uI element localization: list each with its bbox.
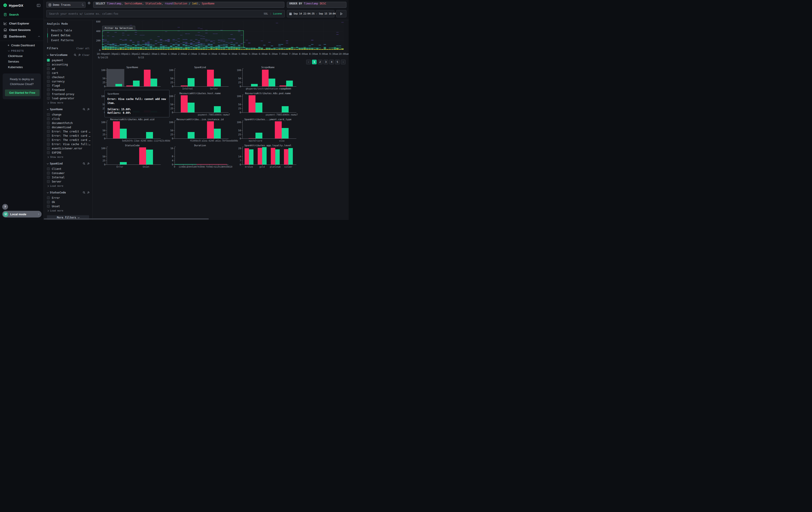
checkbox-unchecked[interactable] bbox=[47, 130, 50, 133]
inlier-bar[interactable] bbox=[146, 132, 153, 138]
inlier-bar[interactable] bbox=[256, 133, 262, 138]
inlier-bar[interactable] bbox=[146, 150, 153, 164]
outlier-bar[interactable] bbox=[113, 121, 120, 138]
presets-toggle[interactable]: PRESETS bbox=[0, 48, 44, 53]
local-mode-menu[interactable]: U Local mode bbox=[2, 211, 41, 217]
checkbox-unchecked[interactable] bbox=[47, 143, 50, 145]
outlier-bar[interactable] bbox=[271, 148, 275, 164]
time-range-picker[interactable]: Sep 14 22:04:35 - Sep 15 10:04:35 bbox=[287, 10, 335, 17]
inlier-bar[interactable] bbox=[256, 103, 262, 112]
checkbox-unchecked[interactable] bbox=[47, 113, 50, 116]
outlier-bar[interactable] bbox=[280, 85, 286, 86]
checkbox-unchecked[interactable] bbox=[47, 80, 50, 83]
checkbox-unchecked[interactable] bbox=[47, 117, 50, 120]
inlier-bar[interactable] bbox=[120, 162, 127, 164]
checkbox-unchecked[interactable] bbox=[47, 84, 50, 87]
outlier-bar[interactable] bbox=[181, 95, 188, 112]
pin-icon[interactable] bbox=[87, 162, 90, 165]
heatmap-selection-box[interactable] bbox=[102, 30, 243, 47]
checkbox-unchecked[interactable] bbox=[47, 205, 50, 208]
search-input-wrap[interactable]: Search your events w/ Lucene ex. column:… bbox=[46, 10, 285, 17]
inlier-bar[interactable] bbox=[249, 150, 254, 164]
filter-checkbox-row[interactable]: click bbox=[47, 117, 90, 121]
checkbox-checked[interactable]: ✓ bbox=[47, 59, 50, 62]
run-query-button[interactable] bbox=[336, 10, 346, 17]
sidebar-item-clickhouse[interactable]: ClickHouse bbox=[0, 53, 44, 59]
outlier-bar[interactable] bbox=[275, 121, 282, 138]
page-button-4[interactable]: 4 bbox=[329, 60, 334, 64]
outlier-bar[interactable] bbox=[139, 147, 146, 164]
filter-checkbox-row[interactable]: cart bbox=[47, 71, 90, 75]
horizontal-scrollbar[interactable] bbox=[44, 218, 209, 219]
filter-checkbox-row[interactable]: EXPIRE bbox=[47, 151, 90, 155]
search-icon[interactable] bbox=[74, 54, 77, 56]
sidebar-item-client-sessions[interactable]: Client Sessions bbox=[0, 27, 44, 33]
checkbox-unchecked[interactable] bbox=[47, 196, 50, 199]
checkbox-unchecked[interactable] bbox=[47, 67, 50, 70]
sidebar-item-dashboards[interactable]: Dashboards bbox=[0, 33, 44, 39]
filter-checkbox-row[interactable]: Ok bbox=[47, 200, 90, 204]
page-button-3[interactable]: 3 bbox=[323, 60, 328, 64]
filter-checkbox-row[interactable]: frontend-proxy bbox=[47, 92, 90, 96]
inlier-bar[interactable] bbox=[188, 78, 195, 86]
checkbox-unchecked[interactable] bbox=[47, 167, 50, 170]
language-toggle-lucene[interactable]: Lucene bbox=[273, 12, 282, 15]
create-dashboard-button[interactable]: +Create Dashboard bbox=[0, 42, 44, 48]
outlier-bar[interactable] bbox=[249, 95, 256, 112]
page-button-1[interactable]: 1 bbox=[312, 60, 317, 64]
load-more-link[interactable]: Load more bbox=[47, 184, 90, 187]
sidebar-item-search[interactable]: Search bbox=[0, 11, 44, 18]
load-more-link[interactable]: Load more bbox=[47, 208, 90, 212]
analysis-mode-event-deltas[interactable]: Event Deltas bbox=[48, 33, 90, 38]
chevron-down-icon[interactable] bbox=[47, 54, 49, 56]
analysis-mode-event-patterns[interactable]: Event Patterns bbox=[48, 38, 90, 43]
inlier-bar[interactable] bbox=[150, 79, 157, 86]
chevron-down-icon[interactable] bbox=[47, 162, 49, 164]
outlier-bar[interactable] bbox=[207, 121, 214, 138]
checkbox-unchecked[interactable] bbox=[47, 72, 50, 74]
inlier-bar[interactable] bbox=[188, 132, 195, 138]
get-started-button[interactable]: Get Started for Free bbox=[5, 89, 39, 96]
pin-icon[interactable] bbox=[87, 108, 90, 111]
filter-checkbox-row[interactable]: Client bbox=[47, 167, 90, 171]
outlier-bar[interactable] bbox=[262, 70, 269, 86]
search-icon[interactable] bbox=[83, 162, 85, 165]
checkbox-unchecked[interactable] bbox=[47, 180, 50, 183]
analysis-mode-results-table[interactable]: Results Table bbox=[48, 28, 90, 33]
source-select[interactable]: Demo Traces bbox=[46, 2, 86, 8]
checkbox-unchecked[interactable] bbox=[47, 126, 50, 129]
show-more-link[interactable]: Show more bbox=[47, 100, 90, 104]
filter-checkbox-row[interactable]: load-generator bbox=[47, 96, 90, 100]
clear-filter-button[interactable]: Clear bbox=[82, 54, 90, 57]
search-icon[interactable] bbox=[83, 191, 85, 194]
filter-checkbox-row[interactable]: ad bbox=[47, 66, 90, 71]
checkbox-unchecked[interactable] bbox=[47, 97, 50, 100]
inlier-bar[interactable] bbox=[275, 150, 280, 164]
outlier-bar[interactable] bbox=[144, 70, 150, 86]
inlier-bar[interactable] bbox=[286, 81, 293, 86]
page-button-2[interactable]: 2 bbox=[318, 60, 322, 64]
outlier-bar[interactable] bbox=[126, 85, 133, 86]
checkbox-unchecked[interactable] bbox=[47, 151, 50, 154]
filter-checkbox-row[interactable]: eventListener.error bbox=[47, 146, 90, 151]
inlier-bar[interactable] bbox=[262, 147, 267, 164]
search-input[interactable]: Search your events w/ Lucene ex. column:… bbox=[49, 12, 261, 16]
show-more-link[interactable]: Show more bbox=[47, 155, 90, 159]
filter-checkbox-row[interactable]: documentFetch bbox=[47, 121, 90, 125]
filter-checkbox-row[interactable]: Error: The credit card (… bbox=[47, 129, 90, 134]
inlier-bar[interactable] bbox=[120, 129, 127, 138]
filter-checkbox-row[interactable]: Server bbox=[47, 180, 90, 184]
checkbox-unchecked[interactable] bbox=[47, 63, 50, 66]
checkbox-unchecked[interactable] bbox=[47, 138, 50, 141]
clear-all-button[interactable]: Clear all bbox=[76, 47, 90, 50]
filter-checkbox-row[interactable]: ✓payment bbox=[47, 58, 90, 62]
inlier-bar[interactable] bbox=[214, 129, 221, 138]
filter-checkbox-row[interactable]: Unset bbox=[47, 204, 90, 208]
checkbox-unchecked[interactable] bbox=[47, 200, 50, 204]
filter-checkbox-row[interactable]: currency bbox=[47, 79, 90, 83]
inlier-bar[interactable] bbox=[133, 81, 140, 86]
filter-checkbox-row[interactable]: frontend bbox=[47, 88, 90, 92]
checkbox-unchecked[interactable] bbox=[47, 76, 50, 79]
filter-checkbox-row[interactable]: Error: Visa cache full: … bbox=[47, 142, 90, 146]
source-settings-gear-icon[interactable]: ⚙ bbox=[88, 1, 90, 5]
